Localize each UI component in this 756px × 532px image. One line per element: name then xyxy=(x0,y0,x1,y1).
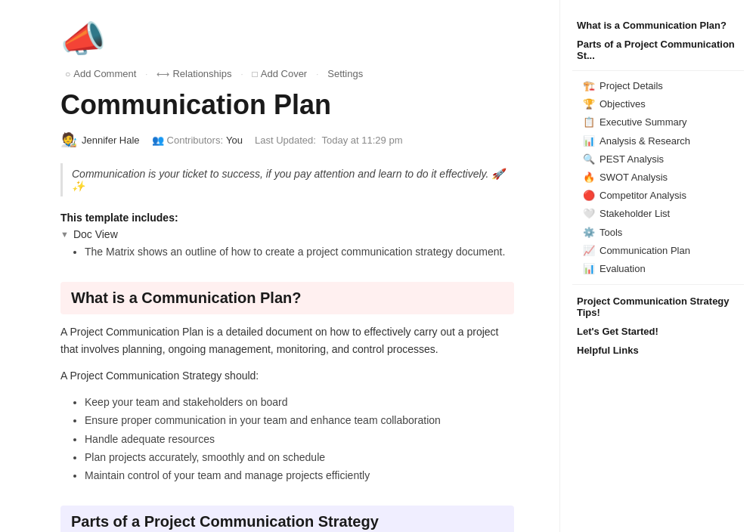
meta-contributors: 👥 Contributors: You xyxy=(152,135,243,146)
project-details-icon: 🏗️ xyxy=(583,79,595,93)
main-content: 📣 ○ Add Comment · ⟷ Relationships · □ Ad… xyxy=(0,0,559,532)
toolbar-sep-1: · xyxy=(145,70,147,79)
sidebar-label-swot-analysis: SWOT Analysis xyxy=(600,171,668,184)
executive-summary-icon: 📋 xyxy=(583,116,595,129)
what-is-body1: A Project Communication Plan is a detail… xyxy=(60,323,514,358)
doc-view-bullets: The Matrix shows an outline of how to cr… xyxy=(85,243,514,260)
contributors-label: Contributors: xyxy=(167,135,223,146)
relationships-button[interactable]: ⟷ Relationships xyxy=(152,66,236,81)
bullet-5: Maintain control of your team and manage… xyxy=(85,467,514,484)
sidebar-divider-2 xyxy=(572,284,744,285)
add-cover-button[interactable]: □ Add Cover xyxy=(248,66,312,81)
sidebar-item-executive-summary[interactable]: 📋 Executive Summary xyxy=(572,113,744,131)
sidebar-item-pest-analysis[interactable]: 🔍 PEST Analysis xyxy=(572,150,744,169)
settings-label: Settings xyxy=(327,68,363,79)
toolbar: ○ Add Comment · ⟷ Relationships · □ Add … xyxy=(60,66,514,81)
sidebar-label-evaluation: Evaluation xyxy=(600,262,646,276)
sidebar-get-started-link[interactable]: Let's Get Started! xyxy=(572,321,744,340)
swot-analysis-icon: 🔥 xyxy=(583,171,595,184)
evaluation-icon: 📊 xyxy=(583,262,595,276)
sidebar-item-project-details[interactable]: 🏗️ Project Details xyxy=(572,77,744,95)
sidebar-label-project-details: Project Details xyxy=(600,79,663,93)
page-icon: 📣 xyxy=(60,18,514,60)
section-heading-parts: Parts of a Project Communication Strateg… xyxy=(60,506,514,532)
comment-icon: ○ xyxy=(65,69,70,79)
callout-text: Communication is your ticket to success,… xyxy=(72,168,504,192)
sidebar-top-link[interactable]: What is a Communication Plan? xyxy=(572,15,744,34)
sidebar-item-swot-analysis[interactable]: 🔥 SWOT Analysis xyxy=(572,169,744,187)
meta-row: 🧑‍🎨 Jennifer Hale 👥 Contributors: You La… xyxy=(60,131,514,148)
stakeholder-list-icon: 🤍 xyxy=(583,207,595,221)
contributors-value: You xyxy=(226,135,243,146)
relationships-icon: ⟷ xyxy=(156,69,169,79)
last-updated-label: Last Updated: xyxy=(255,135,316,146)
competitor-analysis-icon: 🔴 xyxy=(583,189,595,203)
sidebar-label-tools: Tools xyxy=(600,226,622,240)
doc-view-label: Doc View xyxy=(73,228,118,240)
sidebar-label-communication-plan: Communication Plan xyxy=(600,244,690,258)
template-includes-label: This template includes: xyxy=(60,212,178,224)
author-name: Jennifer Hale xyxy=(82,135,140,146)
bullet-1: Keep your team and stakeholders on board xyxy=(85,394,514,410)
meta-author: 🧑‍🎨 Jennifer Hale xyxy=(60,131,140,148)
analysis-research-icon: 📊 xyxy=(583,135,595,148)
avatar: 🧑‍🎨 xyxy=(60,131,77,148)
pest-analysis-icon: 🔍 xyxy=(583,153,595,166)
sidebar-item-analysis-research[interactable]: 📊 Analysis & Research xyxy=(572,132,744,150)
sidebar-item-evaluation[interactable]: 📊 Evaluation xyxy=(572,260,744,278)
sidebar: What is a Communication Plan? Parts of a… xyxy=(559,0,756,532)
callout-block: Communication is your ticket to success,… xyxy=(60,163,514,196)
bullet-3: Handle adequate resources xyxy=(85,431,514,447)
sidebar-item-tools[interactable]: ⚙️ Tools xyxy=(572,224,744,242)
triangle-down-icon: ▼ xyxy=(60,230,69,239)
add-comment-button[interactable]: ○ Add Comment xyxy=(60,66,141,81)
template-includes-section: This template includes: ▼ Doc View The M… xyxy=(60,212,514,260)
sidebar-tips-link[interactable]: Project Communication Strategy Tips! xyxy=(572,291,744,321)
sidebar-item-objectives[interactable]: 🏆 Objectives xyxy=(572,95,744,113)
cover-icon: □ xyxy=(253,69,258,79)
add-comment-label: Add Comment xyxy=(73,68,136,79)
sidebar-item-communication-plan[interactable]: 📈 Communication Plan xyxy=(572,242,744,260)
sidebar-label-executive-summary: Executive Summary xyxy=(600,116,687,129)
sidebar-parts-link[interactable]: Parts of a Project Communication St... xyxy=(572,34,744,64)
sidebar-label-objectives: Objectives xyxy=(600,97,646,111)
tools-icon: ⚙️ xyxy=(583,226,595,240)
sidebar-label-competitor-analysis: Competitor Analysis xyxy=(600,189,686,203)
doc-view-item: ▼ Doc View xyxy=(60,228,514,240)
sidebar-helpful-links[interactable]: Helpful Links xyxy=(572,340,744,359)
section-heading-what-is: What is a Communication Plan? xyxy=(60,282,514,314)
meta-last-updated: Last Updated: Today at 11:29 pm xyxy=(255,135,403,146)
toolbar-sep-2: · xyxy=(240,70,243,79)
bullet-2: Ensure proper communication in your team… xyxy=(85,412,514,428)
last-updated-value: Today at 11:29 pm xyxy=(322,135,403,146)
sidebar-label-analysis-research: Analysis & Research xyxy=(600,135,690,148)
sidebar-label-pest-analysis: PEST Analysis xyxy=(600,153,664,166)
objectives-icon: 🏆 xyxy=(583,97,595,111)
communication-plan-icon: 📈 xyxy=(583,244,595,258)
sidebar-item-competitor-analysis[interactable]: 🔴 Competitor Analysis xyxy=(572,187,744,205)
doc-view-bullet: The Matrix shows an outline of how to cr… xyxy=(85,243,514,260)
add-cover-label: Add Cover xyxy=(261,68,307,79)
sidebar-item-stakeholder-list[interactable]: 🤍 Stakeholder List xyxy=(572,205,744,223)
bullet-4: Plan projects accurately, smoothly and o… xyxy=(85,449,514,466)
sidebar-label-stakeholder-list: Stakeholder List xyxy=(600,207,670,221)
what-is-body2: A Project Communication Strategy should: xyxy=(60,367,514,385)
toolbar-sep-3: · xyxy=(316,70,318,79)
sidebar-divider xyxy=(572,70,744,71)
contributors-icon: 👥 xyxy=(152,135,164,146)
relationships-label: Relationships xyxy=(172,68,231,79)
settings-button[interactable]: Settings xyxy=(323,66,367,81)
page-title: Communication Plan xyxy=(60,88,514,121)
what-is-bullets: Keep your team and stakeholders on board… xyxy=(85,394,514,484)
